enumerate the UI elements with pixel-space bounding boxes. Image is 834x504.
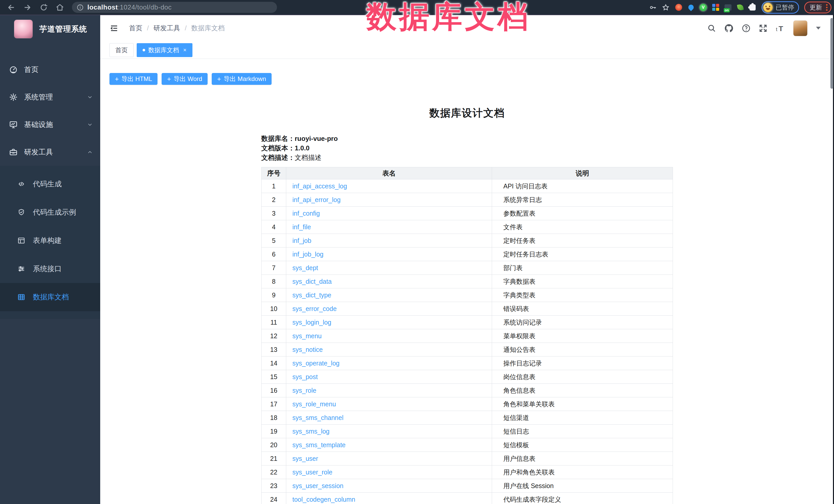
table-name-link[interactable]: tool_codegen_column [292,496,355,503]
sidebar-logo[interactable]: 芋道管理系统 [0,15,100,43]
table-name-link[interactable]: sys_user_role [292,468,332,476]
table-name-link[interactable]: sys_error_code [292,305,336,312]
fullscreen-icon[interactable] [759,24,768,33]
row-index: 3 [262,206,286,220]
sidebar-subitem-0[interactable]: 代码生成 [0,170,100,198]
github-icon[interactable] [724,23,734,33]
export-markdown-button[interactable]: + 导出 Markdown [212,73,271,85]
table-name-link[interactable]: sys_notice [292,346,323,353]
tab-1[interactable]: 数据库文档 × [137,43,193,57]
blue-pin-ext-icon[interactable] [687,4,695,11]
table-name-link[interactable]: inf_api_access_log [292,182,347,190]
table-name-link[interactable]: sys_operate_log [292,359,339,367]
table-row: 11 sys_login_log 系统访问记录 [262,315,673,329]
puzzle-ext-icon[interactable] [749,4,756,11]
table-row: 6 inf_job_log 定时任务日志表 [262,247,673,261]
toolbox-icon [8,148,19,156]
sidebar-subitem-label: 代码生成 [33,179,62,189]
info-icon[interactable] [76,4,84,11]
table-name-link[interactable]: sys_user [292,455,318,462]
table-name-link[interactable]: sys_sms_log [292,428,330,435]
reload-icon[interactable] [40,3,48,12]
table-name-link[interactable]: inf_config [292,210,320,217]
sidebar-item-3[interactable]: 研发工具 [0,138,100,166]
sidebar-item-2[interactable]: 基础设施 [0,111,100,138]
code-icon [17,180,26,188]
sidebar-subitem-4[interactable]: 数据库文档 [0,283,100,311]
row-index: 21 [262,452,286,465]
sidebar-subitem-3[interactable]: 系统接口 [0,255,100,283]
table-name-link[interactable]: sys_login_log [292,319,331,326]
table-name-link[interactable]: sys_role_menu [292,400,336,408]
row-description: 用户和角色关联表 [492,465,673,479]
table-name-link[interactable]: sys_sms_channel [292,414,344,421]
sidebar-item-label: 系统管理 [24,92,53,102]
table-name-link[interactable]: inf_file [292,223,311,231]
tables-overview-table: 序号 表名 说明 1 inf_api_access_log API 访问日志表 … [261,167,673,504]
back-icon[interactable] [7,3,16,12]
table-icon [17,293,26,301]
pixel-grid-ext-icon[interactable] [712,4,719,11]
browser-profile-chip[interactable]: 已暂停 [762,1,799,14]
kebab-menu-icon[interactable] [826,4,828,11]
breadcrumb-home[interactable]: 首页 [129,24,142,32]
table-row: 16 sys_role 角色信息表 [262,384,673,397]
sidebar-subitem-2[interactable]: 表单构建 [0,226,100,255]
url-text[interactable]: localhost:1024/tool/db-doc [87,3,172,11]
sidebar-submenu: 代码生成 代码生成示例 表单构建 系统接口 数据库文档 [0,166,100,319]
sidebar-subitem-label: 系统接口 [33,264,62,274]
green-v-ext-icon[interactable]: V [699,4,707,11]
sidebar-item-0[interactable]: 首页 [0,56,100,83]
table-name-link[interactable]: inf_job_log [292,250,324,258]
browser-actions: Von 已暂停 更新 [649,0,831,15]
row-description: 错误码表 [492,302,673,315]
table-name-link[interactable]: sys_menu [292,332,322,339]
search-icon[interactable] [707,24,716,33]
row-index: 2 [262,193,286,206]
close-tab-icon[interactable]: × [183,47,186,53]
doc-title: 数据库设计文档 [261,106,673,120]
home-icon[interactable] [56,3,64,12]
sidebar-subitem-1[interactable]: 代码生成示例 [0,198,100,226]
export-html-button[interactable]: + 导出 HTML [109,73,157,85]
table-name-link[interactable]: inf_api_error_log [292,196,341,203]
font-size-icon[interactable]: tT [775,24,786,33]
table-name-link[interactable]: sys_dict_data [292,278,332,285]
row-description: API 访问日志表 [492,179,673,193]
chevron-down-icon[interactable] [816,27,821,29]
row-index: 17 [262,397,286,411]
red-circle-ext-icon[interactable] [675,4,682,11]
export-word-button[interactable]: + 导出 Word [161,73,207,85]
gear-icon [8,93,19,102]
table-name-link[interactable]: sys_role [292,387,316,394]
row-index: 11 [262,315,286,329]
url-path: :1024/tool/db-doc [118,3,172,11]
tab-0[interactable]: 首页 [109,43,134,57]
row-description: 系统访问记录 [492,315,673,329]
collapse-sidebar-icon[interactable] [109,24,119,33]
key-icon[interactable] [649,4,657,11]
table-name-link[interactable]: sys_post [292,373,318,380]
table-name-link[interactable]: sys_dept [292,264,318,271]
leaf-ext-icon[interactable] [737,4,744,11]
page-scrollbar[interactable] [830,18,833,89]
switcher-ext-icon[interactable]: on [724,4,732,11]
table-name-link[interactable]: sys_user_session [292,482,344,489]
star-icon[interactable] [662,4,670,11]
chevron-down-icon [87,122,93,128]
row-index: 23 [262,479,286,493]
row-description: 短信日志 [492,424,673,438]
help-icon[interactable] [742,24,751,33]
browser-update-button[interactable]: 更新 [804,2,831,13]
breadcrumb-dev-tools[interactable]: 研发工具 [153,24,180,32]
user-avatar[interactable] [793,21,807,36]
address-bar[interactable]: localhost:1024/tool/db-doc [72,2,277,13]
sidebar-item-1[interactable]: 系统管理 [0,83,100,111]
browser-nav-buttons [0,3,64,12]
sidebar-subitem-label: 表单构建 [33,236,62,245]
table-name-link[interactable]: sys_sms_template [292,441,346,448]
table-name-link[interactable]: sys_dict_type [292,291,331,299]
row-index: 14 [262,356,286,370]
forward-icon[interactable] [23,3,32,12]
table-name-link[interactable]: inf_job [292,237,311,244]
